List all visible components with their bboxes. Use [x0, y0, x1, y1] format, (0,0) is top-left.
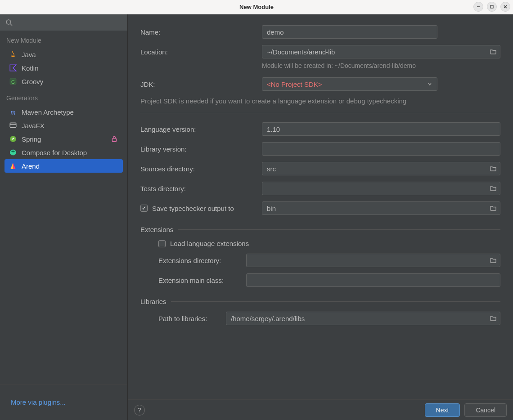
sources-dir-input[interactable] — [262, 162, 486, 175]
sources-dir-label: Sources directory: — [140, 165, 262, 173]
ext-dir-label: Extensions directory: — [158, 257, 246, 264]
jdk-label: JDK: — [140, 80, 262, 88]
next-button[interactable]: Next — [425, 403, 460, 417]
location-label: Location: — [140, 48, 262, 56]
chevron-down-icon — [427, 80, 432, 88]
more-plugins-link[interactable]: More via plugins... — [11, 398, 66, 406]
sidebar-label: Maven Archetype — [22, 108, 74, 116]
dialog-footer: ? Next Cancel — [128, 399, 513, 420]
sidebar-label: Java — [22, 51, 36, 58]
browse-ext-dir-button[interactable] — [486, 257, 500, 264]
extensions-group-label: Extensions — [140, 226, 173, 233]
svg-rect-12 — [112, 139, 117, 142]
separator — [140, 113, 500, 113]
sidebar-item-spring[interactable]: Spring — [4, 132, 123, 146]
folder-icon — [490, 48, 497, 55]
javafx-icon — [9, 121, 17, 130]
section-header-new-module: New Module — [0, 31, 127, 48]
sidebar-item-javafx[interactable]: JavaFX — [4, 119, 123, 132]
jdk-value: <No Project SDK> — [267, 80, 322, 88]
help-button[interactable]: ? — [134, 405, 145, 416]
svg-text:G: G — [11, 80, 15, 85]
new-module-dialog: New Module New Module — [0, 0, 513, 420]
jdk-select[interactable]: <No Project SDK> — [262, 77, 437, 91]
search-row[interactable] — [0, 14, 127, 31]
sidebar-label: Compose for Desktop — [22, 149, 87, 156]
lib-version-input[interactable] — [262, 143, 500, 155]
svg-rect-9 — [10, 123, 16, 127]
sidebar-label: Groovy — [22, 78, 43, 85]
svg-point-4 — [6, 20, 11, 24]
svg-line-5 — [10, 24, 12, 26]
sidebar-item-arend[interactable]: Arend — [4, 159, 123, 173]
libraries-group-label: Libraries — [140, 298, 166, 305]
lib-version-label: Library version: — [140, 145, 262, 153]
groovy-icon: G — [9, 77, 17, 85]
search-icon — [5, 19, 13, 26]
compose-icon — [9, 148, 17, 156]
kotlin-icon — [9, 64, 17, 72]
browse-sources-button[interactable] — [486, 165, 500, 172]
ext-dir-input[interactable] — [247, 254, 486, 267]
maximize-button[interactable] — [487, 2, 497, 12]
browse-tests-button[interactable] — [486, 185, 500, 192]
load-extensions-label: Load language extensions — [170, 240, 249, 247]
sidebar-label: Kotlin — [22, 64, 39, 72]
sidebar: New Module Java Kotlin G — [0, 14, 128, 420]
minimize-icon — [476, 4, 481, 9]
maximize-icon — [490, 4, 494, 9]
arend-icon — [9, 162, 17, 170]
lang-version-label: Language version: — [140, 125, 262, 133]
lock-icon — [110, 135, 118, 143]
save-typecheck-label: Save typechecker output to — [152, 205, 234, 212]
browse-location-button[interactable] — [486, 48, 500, 55]
section-header-generators: Generators — [0, 88, 127, 105]
svg-text:m: m — [10, 108, 15, 116]
window-title: New Module — [0, 4, 513, 10]
folder-icon — [490, 165, 497, 172]
sidebar-label: JavaFX — [22, 122, 45, 130]
location-hint: Module will be created in: ~/Documents/a… — [140, 62, 500, 69]
cancel-button[interactable]: Cancel — [464, 403, 507, 417]
ext-main-class-input[interactable] — [247, 274, 500, 286]
maven-icon: m — [9, 108, 17, 116]
path-libs-label: Path to libraries: — [158, 315, 226, 322]
folder-icon — [490, 185, 497, 192]
tests-dir-input[interactable] — [262, 182, 486, 195]
browse-typecheck-output-button[interactable] — [486, 205, 500, 212]
sidebar-label: Spring — [22, 135, 41, 143]
save-typecheck-input[interactable] — [262, 202, 486, 214]
spring-icon — [9, 135, 17, 143]
java-icon — [9, 50, 17, 58]
load-extensions-checkbox[interactable] — [158, 240, 166, 247]
folder-icon — [490, 257, 497, 264]
tests-dir-label: Tests directory: — [140, 185, 262, 192]
sidebar-item-groovy[interactable]: G Groovy — [4, 75, 123, 88]
sidebar-label: Arend — [22, 162, 40, 170]
folder-icon — [490, 205, 497, 212]
ext-main-class-label: Extension main class: — [158, 277, 246, 284]
window-controls — [473, 2, 510, 12]
name-label: Name: — [140, 28, 262, 36]
path-libs-input[interactable] — [226, 312, 486, 325]
titlebar: New Module — [0, 0, 513, 14]
lang-version-input[interactable] — [262, 123, 500, 135]
sidebar-item-compose-desktop[interactable]: Compose for Desktop — [4, 146, 123, 159]
folder-icon — [490, 315, 497, 322]
name-input[interactable] — [262, 25, 437, 39]
main-panel: Name: Location: Module will be created i… — [128, 14, 513, 420]
sidebar-item-maven-archetype[interactable]: m Maven Archetype — [4, 105, 123, 119]
close-icon — [503, 4, 508, 9]
minimize-button[interactable] — [473, 2, 483, 12]
jdk-hint: Project SDK is needed if you want to cre… — [140, 97, 500, 105]
location-input[interactable] — [262, 45, 486, 58]
sidebar-footer: More via plugins... — [0, 384, 127, 420]
save-typecheck-checkbox[interactable] — [140, 205, 148, 212]
sidebar-item-kotlin[interactable]: Kotlin — [4, 61, 123, 75]
close-button[interactable] — [500, 2, 510, 12]
browse-path-libs-button[interactable] — [486, 315, 500, 322]
sidebar-item-java[interactable]: Java — [4, 48, 123, 61]
svg-rect-1 — [490, 5, 493, 8]
